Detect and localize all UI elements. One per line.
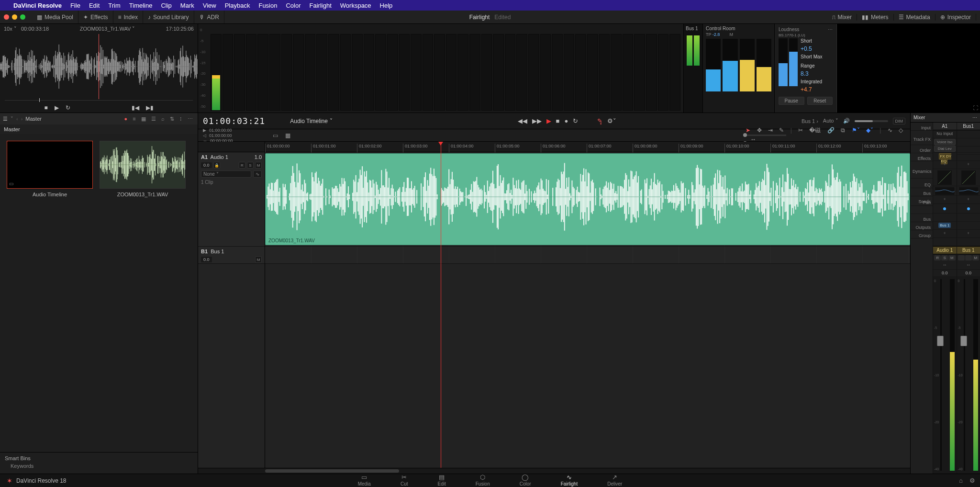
project-settings-icon[interactable]: ⚙ (969, 477, 975, 484)
channel-name[interactable]: Bus 1 (957, 246, 980, 254)
preview-speed[interactable]: 10x (4, 26, 12, 32)
automation-dropdown[interactable]: Auto ˅ (823, 118, 838, 124)
index-toggle[interactable]: ≡Index (113, 11, 143, 23)
channel-fader[interactable]: 0-5-10-20-40 (957, 276, 980, 474)
adr-toggle[interactable]: 🎙ADR (194, 11, 224, 23)
scrollbar-thumb[interactable] (265, 469, 399, 473)
track-a1-mute[interactable]: M (255, 162, 262, 169)
minimize-window-icon[interactable] (12, 14, 17, 20)
nav-back-icon[interactable]: ‹ (16, 116, 18, 122)
clip-a1[interactable]: ZOOM0013_Tr1.WAV (265, 153, 910, 245)
menu-edit[interactable]: Edit (89, 2, 100, 9)
add-bus-output-button[interactable]: + (957, 230, 980, 238)
channel-bus-output[interactable]: Bus 1 (933, 222, 957, 230)
options-icon[interactable]: ⋯ (186, 116, 195, 122)
page-tab-color[interactable]: ◯Color (512, 473, 539, 487)
channel-group[interactable] (957, 238, 980, 246)
channel-db[interactable]: 0.0 (957, 270, 980, 276)
menu-workspace[interactable]: Workspace (340, 2, 371, 9)
vert-zoom-slider[interactable] (743, 135, 786, 136)
speaker-icon[interactable]: 🔊 (843, 118, 850, 124)
metadata-toggle[interactable]: ☰Metadata (894, 14, 935, 21)
stop-icon[interactable]: ■ (44, 104, 47, 111)
channel-solo-button[interactable] (965, 255, 972, 260)
view-strip-icon[interactable]: ☰ (149, 116, 158, 122)
menu-color[interactable]: Color (286, 2, 301, 9)
next-icon[interactable]: ▶▮ (146, 104, 154, 111)
tc-row-icon[interactable]: ▶ (203, 128, 206, 133)
media-thumb[interactable]: ZOOM0013_Tr1.WAV (100, 141, 186, 197)
waveform-scale-icon[interactable]: ∿ (885, 127, 895, 134)
track-lane-b1[interactable] (265, 247, 910, 264)
page-tab-cut[interactable]: ✂Cut (393, 473, 416, 487)
menu-fusion[interactable]: Fusion (258, 2, 277, 9)
media-pool-toggle[interactable]: ▦Media Pool (32, 11, 78, 23)
automation-mode-icon[interactable]: ⚙˅ (607, 117, 616, 125)
menu-clip[interactable]: Clip (161, 2, 171, 9)
effects-toggle[interactable]: ✦Effects (78, 11, 113, 23)
lock-icon[interactable]: 🔒 (213, 162, 220, 169)
range-tool-icon[interactable]: ⇥ (766, 127, 775, 134)
snap-icon[interactable]: �磁 (807, 127, 823, 134)
dim-button[interactable]: DIM (893, 118, 906, 125)
timeline-name-dropdown[interactable]: Audio Timeline˅ (290, 118, 333, 125)
loop-button[interactable]: ↻ (573, 117, 578, 125)
menu-help[interactable]: Help (380, 2, 393, 9)
flag-blue-icon[interactable]: ⚑˅ (849, 127, 862, 134)
preview-scrub-handle[interactable] (39, 98, 40, 102)
channel-link-icon[interactable]: ↔ (957, 261, 980, 270)
tc-row-icon[interactable]: ◁ (203, 133, 206, 138)
media-thumb[interactable]: ▭Audio Timeline (7, 141, 93, 197)
track-a1-automation-icon[interactable]: ∿ (253, 170, 262, 178)
marker-tool-icon[interactable]: ✥ (755, 127, 764, 134)
prev-icon[interactable]: ▮◀ (132, 104, 139, 111)
expand-icon[interactable]: ⛶ (973, 105, 978, 111)
channel-pan[interactable] (957, 204, 980, 214)
channel-group[interactable] (933, 238, 957, 246)
preview-waveform[interactable] (0, 34, 198, 99)
view-list-icon[interactable]: ≡ (131, 116, 137, 122)
timeline-ruler[interactable]: 01:00:00:0001:00:01:0001:00:02:0001:00:0… (265, 142, 910, 152)
track-a1-arm[interactable]: R (239, 162, 245, 169)
menu-file[interactable]: File (70, 2, 80, 9)
bin-tab-master[interactable]: Master (4, 126, 20, 132)
track-header-b1[interactable]: B1 Bus 1 0.0 M (198, 247, 265, 264)
menu-app[interactable]: DaVinci Resolve (13, 2, 62, 9)
timeline-timecode[interactable]: 01:00:03:21 (203, 116, 265, 126)
preview-clip-name[interactable]: ZOOM0013_Tr1.WAV ˅ (80, 26, 135, 32)
marker-blue-icon[interactable]: ◆˅ (864, 127, 876, 134)
channel-solo-button[interactable]: S (941, 255, 948, 260)
smart-bin-keywords[interactable]: Keywords (5, 461, 193, 471)
channel-eq[interactable] (933, 186, 957, 196)
filter-icon[interactable]: ⫶ (178, 116, 184, 122)
rewind-icon[interactable]: ◀◀ (518, 117, 527, 125)
pencil-tool-icon[interactable]: ✎ (777, 127, 786, 134)
view-thumb-icon[interactable]: ▦ (139, 116, 148, 122)
smart-bins-header[interactable]: Smart Bins (5, 455, 193, 461)
track-a1-solo[interactable]: S (247, 162, 254, 169)
channel-order[interactable]: FX DY EQ (933, 153, 957, 161)
page-tab-media[interactable]: ▭Media (350, 473, 379, 487)
monitor-volume-slider[interactable] (855, 120, 888, 122)
add-bus-send-button[interactable]: + (933, 196, 957, 204)
zoom-vert-icon[interactable]: ◇ (896, 127, 905, 134)
search-icon[interactable]: ⌕ (159, 116, 167, 122)
channel-header[interactable]: A1 (933, 123, 957, 130)
channel-header[interactable]: Bus1 (957, 123, 980, 130)
menu-playback[interactable]: Playback (225, 2, 250, 9)
page-tab-fusion[interactable]: ⬡Fusion (468, 473, 498, 487)
pointer-tool-icon[interactable]: ➤ (743, 127, 753, 134)
add-bus-send-button[interactable]: + (957, 196, 980, 204)
menu-mark[interactable]: Mark (180, 2, 194, 9)
track-header-a1[interactable]: A1 Audio 11.0 0.0 🔒 R S M None ˅ ∿ 1 Cli… (198, 152, 265, 247)
menu-trim[interactable]: Trim (108, 2, 121, 9)
add-effect-button[interactable]: + (933, 161, 957, 169)
automation-write-icon[interactable]: ✎̥ (597, 117, 602, 125)
inspector-toggle[interactable]: ⊕Inspector (935, 14, 976, 21)
channel-link-icon[interactable]: ↔ (933, 261, 957, 270)
timeline-view-2-icon[interactable]: ▦ (282, 132, 293, 139)
track-fx-chip[interactable]: Dial Lev (934, 146, 956, 152)
channel-mute-button[interactable]: M (972, 255, 979, 260)
add-bus-output-button[interactable]: + (933, 230, 957, 238)
channel-input[interactable]: No Input (933, 130, 957, 138)
